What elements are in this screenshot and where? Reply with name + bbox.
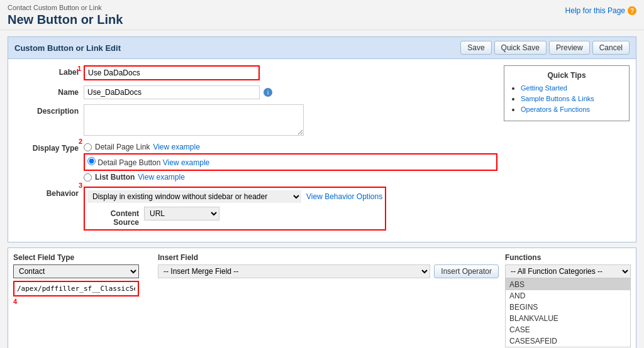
- description-label: Description: [14, 104, 84, 116]
- annotation-4: 4: [13, 298, 152, 305]
- function-blankvalue[interactable]: BLANKVALUE: [506, 313, 630, 324]
- url-input[interactable]: [14, 282, 138, 295]
- function-begins[interactable]: BEGINS: [506, 302, 630, 313]
- function-and[interactable]: AND: [506, 290, 630, 302]
- quick-tip-operators[interactable]: Operators & Functions: [521, 106, 590, 113]
- quick-tips-box: Quick Tips Getting Started Sample Button…: [504, 65, 630, 121]
- insert-merge-field-select[interactable]: -- Insert Merge Field --: [158, 264, 430, 278]
- annotation-2: 2: [79, 138, 82, 145]
- view-behavior-options-link[interactable]: View Behavior Options: [306, 192, 382, 201]
- quick-tip-getting-started[interactable]: Getting Started: [521, 84, 567, 92]
- cancel-button[interactable]: Cancel: [592, 41, 630, 55]
- functions-category-select[interactable]: -- All Function Categories --: [505, 264, 631, 278]
- radio-list-button[interactable]: List Button View example: [84, 173, 497, 182]
- content-source-select[interactable]: URL Visualforce Page OnClick JavaScript: [144, 207, 219, 220]
- page-title: New Button or Link: [8, 13, 123, 27]
- name-input[interactable]: [84, 85, 260, 99]
- quick-tips-list: Getting Started Sample Buttons & Links O…: [511, 84, 623, 114]
- behavior-label: Behavior 3: [14, 187, 84, 198]
- functions-list[interactable]: ABS AND BEGINS BLANKVALUE CASE CASESAFEI…: [505, 278, 631, 347]
- breadcrumb: Contact Custom Button or Link: [8, 4, 123, 11]
- quick-tip-sample-buttons[interactable]: Sample Buttons & Links: [521, 95, 594, 102]
- info-icon[interactable]: i: [264, 88, 272, 97]
- save-button[interactable]: Save: [460, 41, 491, 55]
- view-example-link-1[interactable]: View example: [153, 143, 199, 151]
- field-type-select[interactable]: Contact Account Opportunity: [13, 264, 139, 278]
- quick-tips-title: Quick Tips: [511, 71, 623, 80]
- annotation-3: 3: [79, 182, 82, 189]
- function-casesafeid[interactable]: CASESAFEID: [506, 335, 630, 347]
- quick-save-button[interactable]: Quick Save: [494, 41, 547, 55]
- view-example-link-3[interactable]: View example: [138, 173, 184, 182]
- preview-button[interactable]: Preview: [549, 41, 590, 55]
- insert-operator-button[interactable]: Insert Operator: [434, 264, 499, 278]
- radio-detail-page-link[interactable]: Detail Page Link View example: [84, 143, 497, 151]
- display-type-label: Display Type 2: [14, 143, 84, 153]
- content-source-label: Content Source: [87, 207, 144, 227]
- label-input[interactable]: [84, 65, 260, 80]
- function-case[interactable]: CASE: [506, 324, 630, 335]
- section-title: Custom Button or Link Edit: [14, 43, 121, 53]
- radio-detail-page-button[interactable]: Detail Page Button View example: [84, 153, 497, 171]
- name-field-label: Name: [14, 85, 84, 97]
- req-indicator: 1: [77, 65, 81, 72]
- description-input[interactable]: [84, 104, 304, 136]
- view-example-link-2[interactable]: View example: [163, 158, 209, 167]
- label-field-label: Label 1: [14, 65, 84, 77]
- insert-field-label: Insert Field: [158, 253, 499, 262]
- help-link[interactable]: Help for this Page ?: [565, 6, 636, 15]
- function-abs[interactable]: ABS: [506, 279, 630, 290]
- functions-label: Functions: [505, 253, 631, 262]
- help-link-text: Help for this Page: [565, 6, 625, 15]
- select-field-type-label: Select Field Type: [13, 253, 152, 262]
- behavior-select[interactable]: Display in existing window without sideb…: [87, 190, 301, 203]
- help-icon: ?: [628, 6, 636, 15]
